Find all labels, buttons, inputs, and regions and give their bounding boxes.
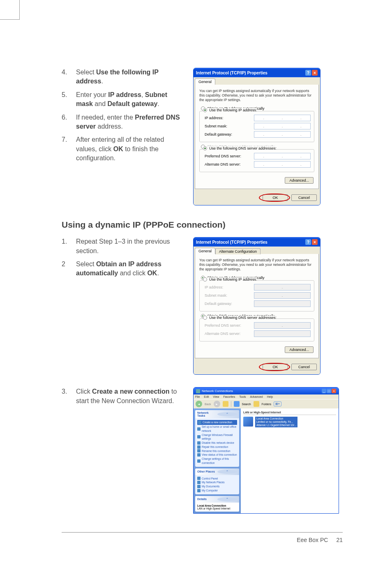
input-preferred-dns[interactable]: ... <box>254 153 311 159</box>
advanced-button[interactable]: Advanced... <box>285 346 314 353</box>
task-link[interactable]: Change Windows Firewall settings <box>197 433 237 441</box>
ok-button[interactable]: OK <box>263 194 288 201</box>
input-alternate-dns <box>254 330 311 337</box>
input-default-gateway <box>254 300 311 307</box>
section-dynamic-ip: 1.Repeat Step 1–3 in the previous sectio… <box>62 237 343 375</box>
chevron-up-icon[interactable]: ⌃ <box>217 470 238 474</box>
place-icon <box>197 489 201 492</box>
step-item: 1.Repeat Step 1–3 in the previous sectio… <box>62 237 185 256</box>
menu-item[interactable]: Advanced <box>250 395 263 398</box>
menu-item[interactable]: Tools <box>239 395 246 398</box>
ok-button[interactable]: OK <box>263 364 288 370</box>
tab-general[interactable]: General <box>195 78 215 85</box>
place-icon <box>197 485 201 488</box>
dialog-titlebar: Internet Protocol (TCP/IP) Properties ? … <box>194 238 320 247</box>
section-static-ip-continued: 4.Select Use the following IP address.5.… <box>62 68 343 205</box>
menu-item[interactable]: Help <box>267 395 273 398</box>
place-link[interactable]: My Network Places <box>197 480 237 484</box>
input-ip-address: . <box>254 284 311 291</box>
panel-details: Details⌃ Local Area Connection LAN or Hi… <box>195 496 239 512</box>
cancel-button[interactable]: Cancel <box>291 194 317 201</box>
radio-use-following-ip[interactable]: Use the following IP address: <box>203 108 257 112</box>
steps-top-list: 4.Select Use the following IP address.5.… <box>62 68 185 163</box>
label-subnet-mask: Subnet mask: <box>205 293 254 298</box>
place-icon <box>197 481 201 484</box>
network-connections-window: Network Connections _ □ × FileEditViewFa… <box>193 387 339 513</box>
chevron-up-icon[interactable]: ⌃ <box>217 497 238 501</box>
radio-use-following-dns[interactable]: Use the following DNS server addresses: <box>203 316 277 320</box>
menu-item[interactable]: Edit <box>204 395 209 398</box>
label-alternate-dns: Alternate DNS server: <box>205 162 254 166</box>
views-button[interactable]: ▦▾ <box>274 401 281 406</box>
minimize-icon[interactable]: _ <box>322 389 326 393</box>
label-subnet-mask: Subnet mask: <box>205 124 254 128</box>
tcpip-dialog-static: Internet Protocol (TCP/IP) Properties ? … <box>193 68 321 205</box>
tab-general[interactable]: General <box>195 248 215 254</box>
section-create-connection: 3.Click Create a new connection to start… <box>62 387 343 513</box>
dialog-description: You can get IP settings assigned automat… <box>199 258 314 272</box>
advanced-button[interactable]: Advanced... <box>285 177 314 184</box>
connection-icon <box>243 417 253 427</box>
task-icon <box>197 449 201 452</box>
input-default-gateway[interactable]: ... <box>254 131 311 138</box>
panel-network-tasks: Network Tasks⌃ Create a new connectionSe… <box>195 410 239 466</box>
task-link[interactable]: Set up a home or small office network <box>197 425 237 433</box>
chevron-up-icon[interactable]: ⌃ <box>217 412 238 416</box>
menu-item[interactable]: File <box>195 395 200 398</box>
task-link[interactable]: Repair this connection <box>197 445 237 449</box>
task-link[interactable]: View status of this connection <box>197 453 237 457</box>
place-link[interactable]: My Documents <box>197 484 237 489</box>
step-item: 7.After entering all of the related valu… <box>62 135 185 163</box>
forward-button: ► <box>214 401 220 407</box>
page-footer: Eee Box PC 21 <box>62 532 343 543</box>
task-icon <box>197 459 201 463</box>
step-item: 4.Select Use the following IP address. <box>62 68 185 86</box>
menu-bar[interactable]: FileEditViewFavoritesToolsAdvancedHelp <box>194 394 339 399</box>
back-button[interactable]: ◄ <box>196 401 202 407</box>
step-item: 3.Click Create a new connection to start… <box>62 387 185 406</box>
place-link[interactable]: Control Panel <box>197 477 237 481</box>
cancel-button[interactable]: Cancel <box>291 364 317 370</box>
radio-use-following-ip[interactable]: Use the following IP address: <box>203 277 257 281</box>
close-icon[interactable]: × <box>332 389 336 393</box>
tcpip-dialog-dynamic: Internet Protocol (TCP/IP) Properties ? … <box>193 237 321 375</box>
task-link[interactable]: Change settings of this connection <box>197 457 237 465</box>
up-icon[interactable] <box>223 401 228 407</box>
dialog-description: You can get IP settings assigned automat… <box>199 89 314 102</box>
place-link[interactable]: My Computer <box>197 489 237 493</box>
input-subnet-mask[interactable]: ... <box>254 123 311 129</box>
task-link[interactable]: Rename this connection <box>197 449 237 453</box>
maximize-icon[interactable]: □ <box>327 389 331 393</box>
help-icon[interactable]: ? <box>305 70 311 76</box>
menu-item[interactable]: Favorites <box>223 395 235 398</box>
dialog-title: Internet Protocol (TCP/IP) Properties <box>196 71 305 75</box>
connection-item[interactable]: Local Area Connection Limited or no conn… <box>243 417 336 427</box>
task-icon <box>197 445 201 449</box>
task-link[interactable]: Create a new connection <box>197 420 237 425</box>
input-alternate-dns[interactable]: ... <box>254 161 311 168</box>
task-link[interactable]: Disable this network device <box>197 441 237 445</box>
label-preferred-dns: Preferred DNS server: <box>205 154 254 158</box>
sidebar: Network Tasks⌃ Create a new connectionSe… <box>194 408 241 513</box>
places-body: Control PanelMy Network PlacesMy Documen… <box>195 475 239 494</box>
input-preferred-dns: . <box>254 322 311 329</box>
panel-other-places: Other Places⌃ Control PanelMy Network Pl… <box>195 468 239 494</box>
help-icon[interactable]: ? <box>305 239 311 245</box>
place-icon <box>197 477 201 480</box>
radio-use-following-dns[interactable]: Use the following DNS server addresses: <box>203 146 277 150</box>
label-alternate-dns: Alternate DNS server: <box>205 332 254 336</box>
toolbar: ◄ Back ► Search Folders ▦▾ <box>194 399 339 408</box>
step-item: 2Select Obtain an IP address automatical… <box>62 260 185 278</box>
close-icon[interactable]: × <box>312 70 318 76</box>
menu-item[interactable]: View <box>213 395 219 398</box>
label-preferred-dns: Preferred DNS server: <box>205 323 254 328</box>
section-heading-dynamic-ip: Using a dynamic IP (PPPoE connection) <box>62 220 343 230</box>
folders-icon[interactable] <box>254 401 259 407</box>
input-ip-address[interactable]: ... <box>254 115 311 121</box>
steps-bot-list: 3.Click Create a new connection to start… <box>62 387 185 406</box>
close-icon[interactable]: × <box>312 239 318 245</box>
search-icon[interactable] <box>234 401 240 407</box>
input-subnet-mask: . <box>254 292 311 299</box>
tab-alternate-config[interactable]: Alternate Configuration <box>215 248 261 254</box>
label-default-gateway: Default gateway: <box>205 302 254 306</box>
